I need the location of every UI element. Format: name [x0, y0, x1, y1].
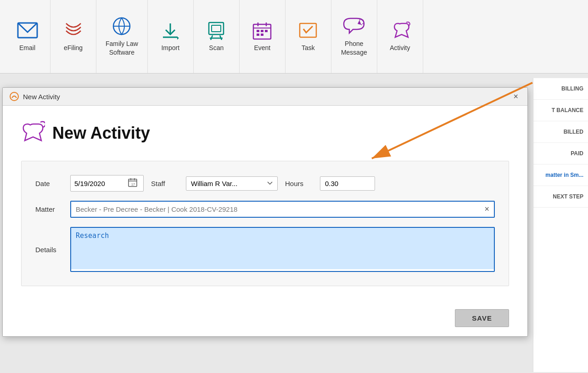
toolbar-item-email[interactable]: Email — [5, 0, 50, 73]
calendar-icon: 17 — [128, 177, 138, 189]
svg-rect-13 — [261, 30, 263, 32]
svg-rect-15 — [257, 34, 259, 36]
email-icon — [17, 21, 39, 40]
activity-heading-icon — [21, 119, 45, 147]
svg-rect-16 — [261, 34, 263, 36]
scan-icon — [205, 21, 227, 40]
matter-clear-button[interactable]: × — [480, 203, 494, 216]
sidebar-item-t-balance: T BALANCE — [533, 100, 588, 121]
dialog-title-area: New Activity — [9, 91, 60, 102]
staff-select[interactable]: William R Var... — [186, 176, 278, 191]
toolbar-item-task[interactable]: Task — [286, 0, 331, 73]
toolbar-item-email-label: Email — [19, 44, 35, 52]
dialog-footer: SAVE — [3, 305, 527, 336]
date-input-wrapper[interactable]: 17 — [70, 175, 144, 192]
matter-input[interactable] — [71, 202, 480, 217]
event-icon — [251, 21, 273, 40]
toolbar-item-scan-label: Scan — [209, 44, 224, 52]
toolbar-item-import-label: Import — [161, 44, 179, 52]
save-button[interactable]: SAVE — [455, 309, 509, 327]
svg-text:17: 17 — [131, 183, 135, 186]
toolbar-item-event[interactable]: Event — [240, 0, 286, 73]
new-activity-dialog: New Activity × New Activity Date — [2, 87, 528, 337]
toolbar-item-import[interactable]: Import — [148, 0, 194, 73]
matter-label: Matter — [35, 205, 63, 213]
dialog-title-icon — [9, 91, 19, 102]
svg-rect-14 — [265, 30, 268, 32]
sidebar-item-matter-in-sm: matter in Sm... — [533, 164, 588, 186]
dialog-heading-text: New Activity — [52, 124, 150, 143]
toolbar-item-task-label: Task — [302, 44, 315, 52]
toolbar-item-activity[interactable]: Activity — [377, 0, 423, 73]
toolbar-item-family-law-software-label: Family LawSoftware — [106, 40, 138, 56]
sidebar-item-paid: PAID — [533, 143, 588, 164]
sidebar-item-billing: BILLING — [533, 78, 588, 100]
svg-rect-5 — [209, 23, 224, 34]
dialog-body: New Activity Date 17 — [3, 106, 527, 305]
task-icon — [297, 21, 319, 40]
toolbar: Email eFiling Family LawSoftware Import — [0, 0, 588, 73]
svg-rect-6 — [212, 25, 221, 32]
toolbar-item-family-law-software[interactable]: Family LawSoftware — [96, 0, 148, 73]
details-textarea-wrapper[interactable]: <span class="details-selected">Research<… — [70, 227, 495, 272]
dialog-close-button[interactable]: × — [510, 91, 521, 102]
hours-label: Hours — [285, 180, 313, 187]
activity-toolbar-icon — [389, 21, 411, 40]
staff-label: Staff — [151, 180, 179, 187]
toolbar-item-efiling[interactable]: eFiling — [50, 0, 96, 73]
toolbar-item-phone-message[interactable]: PhoneMessage — [331, 0, 377, 73]
phone-message-icon — [343, 17, 365, 36]
sidebar-item-next-step: NEXT STEP — [533, 186, 588, 208]
sidebar-item-billed: BILLED — [533, 121, 588, 143]
svg-rect-12 — [257, 30, 259, 32]
details-textarea[interactable]: <span class="details-selected">Research<… — [71, 228, 494, 269]
details-label: Details — [35, 246, 63, 254]
date-input[interactable] — [74, 180, 125, 187]
dialog-heading: New Activity — [21, 119, 509, 147]
form-row-date-staff-hours: Date 17 Staff William — [35, 175, 495, 192]
toolbar-item-activity-label: Activity — [390, 44, 410, 52]
form-row-details: Details <span class="details-selected">R… — [35, 227, 495, 272]
date-label: Date — [35, 180, 63, 187]
import-icon — [159, 21, 181, 40]
matter-input-wrapper[interactable]: × — [70, 201, 495, 218]
toolbar-item-phone-message-label: PhoneMessage — [341, 40, 367, 56]
sidebar-panel: BILLING T BALANCE BILLED PAID matter in … — [533, 78, 588, 372]
family-law-icon — [111, 17, 133, 36]
efiling-icon — [62, 21, 84, 40]
form-row-matter: Matter × — [35, 201, 495, 218]
toolbar-item-event-label: Event — [254, 44, 270, 52]
dialog-form: Date 17 Staff William — [21, 161, 509, 286]
toolbar-item-scan[interactable]: Scan — [194, 0, 240, 73]
hours-input[interactable] — [320, 176, 375, 191]
dialog-title-text: New Activity — [23, 93, 60, 101]
dialog-titlebar: New Activity × — [3, 88, 527, 106]
toolbar-item-efiling-label: eFiling — [64, 44, 83, 52]
